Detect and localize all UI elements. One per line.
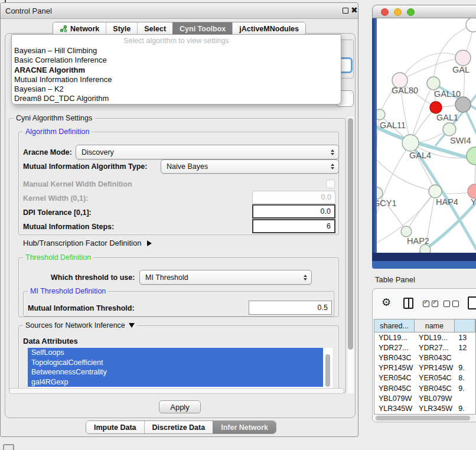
network-node[interactable] [429,185,442,198]
select-all-checkbox-icon[interactable] [423,301,429,307]
dpi-tolerance-label: DPI Tolerance [0,1]: [23,208,92,217]
list-scrollbar-thumb[interactable] [325,354,330,387]
horizontal-scrollbar[interactable] [9,388,344,394]
network-node[interactable] [402,135,419,151]
control-panel-titlebar[interactable]: Control Panel ✖ [1,3,358,19]
network-node[interactable] [377,109,385,120]
tab-network[interactable]: Network [53,22,106,35]
mi-steps-label: Mutual Information Steps: [23,223,114,231]
manual-kernel-checkbox[interactable] [326,180,335,188]
network-window-frame [372,261,476,269]
table-row[interactable]: YER054CYER054C8. [374,373,475,383]
table-row[interactable]: YBR043CYBR043C [374,353,475,363]
export-table-icon[interactable] [468,296,476,309]
table-row[interactable]: YBR045CYBR045C9. [374,383,475,393]
table-row[interactable]: YIL052CYIL052C9. [374,414,475,415]
tab-impute-data[interactable]: Impute Data [86,421,144,433]
sources-expander[interactable]: Sources for Network Inference [23,321,137,330]
columns-icon[interactable] [403,298,413,309]
deselect-all-checkbox-icon[interactable] [444,301,450,307]
node-table: shared...name YDL19...YDL19...13YDR27...… [374,319,476,415]
table-row[interactable]: YBL079WYBL079W [374,393,475,403]
data-attribute-option[interactable]: BetweennessCentrality [28,367,323,377]
table-row[interactable]: YDR27...YDR27...12 [374,343,475,353]
panel-title: Control Panel [5,6,52,15]
tab-label: Cyni Toolbox [180,25,226,33]
algorithm-option[interactable]: Bayesian – Hill Climbing [12,46,341,56]
network-node[interactable] [443,123,456,136]
network-node[interactable] [467,147,476,165]
kernel-width-input[interactable]: 0.0 [252,191,335,204]
table-cell: 13 [454,332,475,343]
network-node[interactable] [401,226,412,237]
which-threshold-label: Which threshold to use: [51,273,135,282]
network-node[interactable] [427,77,440,90]
tab-select[interactable]: Select [137,22,172,35]
algorithm-option[interactable]: Dream8 DC_TDC Algorithm [12,94,341,103]
minimize-traffic-light[interactable] [394,8,402,16]
network-node[interactable] [455,50,471,66]
algorithm-option[interactable]: ARACNE Algorithm [12,66,341,75]
deselect-all-checkbox-icon[interactable] [452,301,459,307]
network-window-titlebar[interactable] [372,5,476,18]
float-window-icon[interactable] [343,8,348,14]
dpi-tolerance-input[interactable]: 0.0 [252,204,335,219]
hub-definition-expander[interactable]: Hub/Transcription Factor Definition [23,239,152,247]
tab-infer-network[interactable]: Infer Network [213,421,276,433]
table-body: YDL19...YDL19...13YDR27...YDR27...12YBR0… [374,332,475,415]
mi-threshold-input[interactable]: 0.5 [249,301,332,315]
data-attribute-option[interactable]: gal4RGexp [28,377,323,387]
network-node[interactable] [377,187,383,199]
table-cell: YIL052C [374,414,415,415]
mi-steps-input[interactable]: 6 [252,219,335,233]
column-header[interactable]: shared... [374,319,415,332]
apply-button[interactable]: Apply [159,400,201,413]
data-attribute-option[interactable]: TopologicalCoefficient [28,358,323,368]
table-row[interactable]: YLR345WYLR345W9. [374,403,475,413]
table-cell: YLR345W [374,403,415,413]
close-icon[interactable]: ✖ [351,5,358,15]
algorithm-option[interactable]: Bayesian – K2 [12,84,341,94]
table-cell: YPR145W [415,363,454,373]
node-label: SWI4 [450,136,471,145]
mi-type-select[interactable]: Naive Bayes [161,159,339,174]
network-node[interactable] [468,184,476,198]
data-attributes-list[interactable]: SelfLoopsTopologicalCoefficientBetweenne… [28,348,332,388]
tab-discretize-data[interactable]: Discretize Data [144,421,213,433]
table-cell: 9. [454,403,475,413]
table-row[interactable]: YPR145WYPR145W9. [374,363,475,373]
floating-panel-icon[interactable] [3,444,14,450]
aracne-mode-select[interactable]: Discovery [76,145,339,159]
column-header[interactable] [455,319,475,332]
network-node[interactable] [455,97,471,112]
network-canvas[interactable]: GALGAL80GAL10GAL1GAL11SWI4GAL4GCY1HAP4YH… [377,18,476,253]
table-scrollbar-thumb[interactable] [376,416,470,420]
select-all-checkbox-icon[interactable] [432,301,438,307]
gear-icon[interactable]: ⚙ [382,296,391,309]
node-label: HAP4 [436,197,458,207]
table-cell: 8. [454,373,475,383]
table-row[interactable]: YDL19...YDL19...13 [374,332,475,343]
tab-cyni-toolbox[interactable]: Cyni Toolbox [172,22,232,35]
which-threshold-select[interactable]: MI Threshold [139,270,312,285]
network-node[interactable] [466,18,476,32]
table-cell [454,393,475,403]
network-node[interactable] [430,102,442,113]
control-panel-tabbar: Network Style Select Cyni Toolbox jActiv… [53,22,306,35]
table-cell: YBL079W [374,393,415,403]
column-header[interactable]: name [415,319,454,332]
tab-label: Style [113,25,131,33]
table-cell: YER054C [374,373,415,383]
group-title: Algorithm Definition [23,128,92,136]
chevron-down-icon [129,323,135,328]
close-traffic-light[interactable] [381,8,389,16]
tab-style[interactable]: Style [106,22,137,35]
data-attribute-option[interactable]: SelfLoops [28,348,323,358]
table-cell: YBR045C [415,383,454,393]
zoom-traffic-light[interactable] [407,8,415,16]
tab-jactivemnodules[interactable]: jActiveMNodules [232,22,305,35]
vertical-scrollbar-thumb[interactable] [348,118,353,350]
network-node[interactable] [420,244,431,253]
algorithm-option[interactable]: Basic Correlation Inference [12,56,341,65]
algorithm-option[interactable]: Mutual Information Inference [12,75,341,84]
